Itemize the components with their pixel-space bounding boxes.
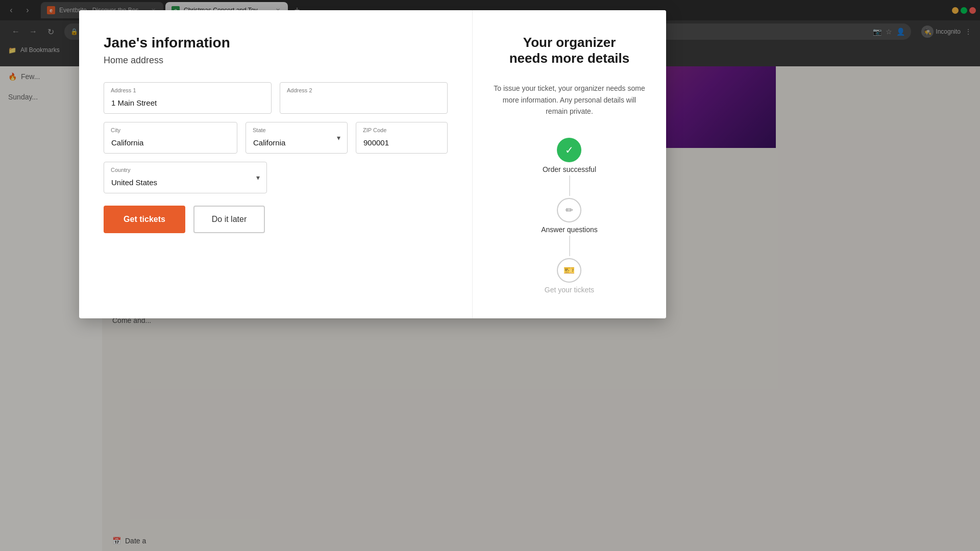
address2-input[interactable] bbox=[280, 82, 448, 114]
address1-input[interactable] bbox=[104, 82, 272, 114]
step-questions-label: Answer questions bbox=[541, 226, 598, 234]
step-answer-questions: ✏ Answer questions bbox=[541, 198, 598, 234]
form-section-title: Jane's information bbox=[104, 35, 448, 51]
country-row: Country United States bbox=[104, 162, 448, 193]
right-title-line2: needs more details bbox=[509, 51, 630, 66]
city-state-zip-row: City State California ZIP Code bbox=[104, 122, 448, 154]
step-get-tickets-label: Get your tickets bbox=[545, 286, 594, 294]
address2-field: Address 2 bbox=[280, 82, 448, 114]
city-input[interactable] bbox=[104, 122, 237, 154]
city-field: City bbox=[104, 122, 237, 154]
do-later-button[interactable]: Do it later bbox=[193, 206, 265, 233]
right-panel-description: To issue your ticket, your organizer nee… bbox=[493, 83, 646, 117]
right-title-line1: Your organizer bbox=[523, 35, 616, 50]
step-order-successful: ✓ Order successful bbox=[543, 138, 596, 173]
step-ticket-icon: 🎫 bbox=[557, 258, 581, 283]
form-button-row: Get tickets Do it later bbox=[104, 206, 448, 233]
step-connector-1 bbox=[569, 176, 570, 196]
address1-field: Address 1 bbox=[104, 82, 272, 114]
step-success-icon: ✓ bbox=[557, 138, 581, 162]
country-field: Country United States bbox=[104, 162, 267, 193]
zip-field: ZIP Code bbox=[356, 122, 448, 154]
address-row: Address 1 Address 2 bbox=[104, 82, 448, 114]
form-section-subtitle: Home address bbox=[104, 55, 448, 66]
state-select[interactable]: California bbox=[246, 122, 348, 154]
get-tickets-button[interactable]: Get tickets bbox=[104, 206, 185, 233]
right-panel-title: Your organizer needs more details bbox=[509, 35, 630, 66]
modal-right-panel: Your organizer needs more details To iss… bbox=[472, 10, 666, 318]
step-get-tickets: 🎫 Get your tickets bbox=[545, 258, 594, 294]
country-select[interactable]: United States bbox=[104, 162, 267, 193]
step-pencil-icon: ✏ bbox=[557, 198, 581, 222]
state-field: State California bbox=[246, 122, 348, 154]
zip-input[interactable] bbox=[356, 122, 448, 154]
step-connector-2 bbox=[569, 236, 570, 256]
modal: Jane's information Home address Address … bbox=[79, 10, 666, 318]
step-order-label: Order successful bbox=[543, 165, 596, 173]
modal-left-panel: Jane's information Home address Address … bbox=[79, 10, 472, 318]
steps-list: ✓ Order successful ✏ Answer questions 🎫 … bbox=[493, 138, 646, 294]
